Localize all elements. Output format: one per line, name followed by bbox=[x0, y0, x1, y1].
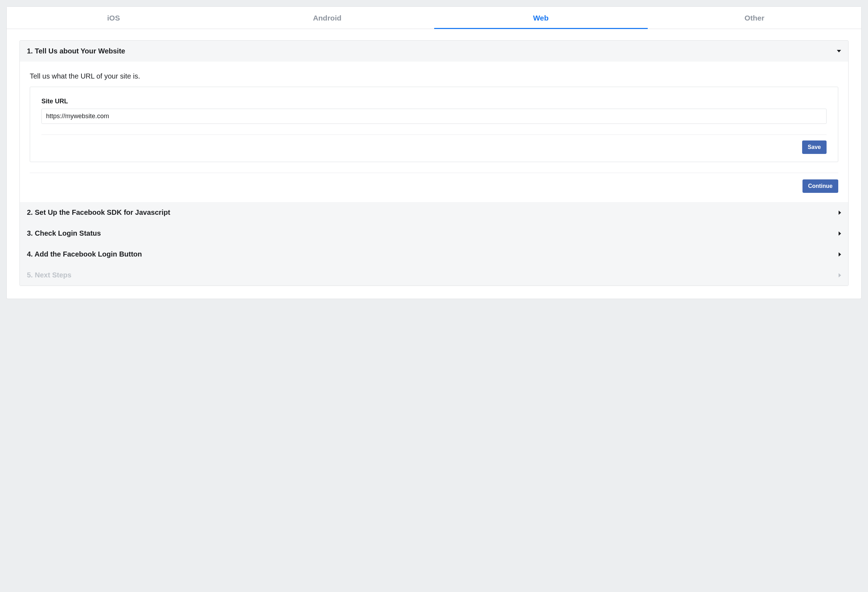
continue-button[interactable]: Continue bbox=[803, 180, 838, 193]
step-3: 3. Check Login Status bbox=[20, 223, 848, 244]
step-1: 1. Tell Us about Your Website Tell us wh… bbox=[20, 41, 848, 202]
step-1-body: Tell us what the URL of your site is. Si… bbox=[20, 62, 848, 202]
content-area: 1. Tell Us about Your Website Tell us wh… bbox=[7, 29, 861, 299]
step-1-title: 1. Tell Us about Your Website bbox=[27, 47, 125, 55]
step-1-intro: Tell us what the URL of your site is. bbox=[30, 72, 838, 80]
step-4-header[interactable]: 4. Add the Facebook Login Button bbox=[20, 244, 848, 265]
chevron-right-icon bbox=[838, 211, 841, 215]
step-2: 2. Set Up the Facebook SDK for Javascrip… bbox=[20, 202, 848, 223]
chevron-right-icon bbox=[838, 231, 841, 236]
tab-ios[interactable]: iOS bbox=[7, 7, 220, 29]
platform-tabs: iOS Android Web Other bbox=[7, 7, 861, 29]
step-5-title: 5. Next Steps bbox=[27, 271, 72, 279]
site-url-label: Site URL bbox=[41, 98, 827, 105]
site-url-card: Site URL Save bbox=[30, 87, 838, 162]
step-4-title: 4. Add the Facebook Login Button bbox=[27, 250, 142, 258]
step-1-header[interactable]: 1. Tell Us about Your Website bbox=[20, 41, 848, 62]
step-4: 4. Add the Facebook Login Button bbox=[20, 244, 848, 265]
chevron-right-icon bbox=[838, 252, 841, 256]
step-5: 5. Next Steps bbox=[20, 265, 848, 286]
step-2-title: 2. Set Up the Facebook SDK for Javascrip… bbox=[27, 208, 170, 216]
step-3-header[interactable]: 3. Check Login Status bbox=[20, 223, 848, 244]
tab-android[interactable]: Android bbox=[220, 7, 434, 29]
tab-other[interactable]: Other bbox=[648, 7, 861, 29]
step-3-title: 3. Check Login Status bbox=[27, 229, 101, 237]
divider bbox=[41, 134, 827, 135]
step-5-header[interactable]: 5. Next Steps bbox=[20, 265, 848, 286]
step-2-header[interactable]: 2. Set Up the Facebook SDK for Javascrip… bbox=[20, 202, 848, 223]
chevron-down-icon bbox=[837, 50, 841, 52]
divider bbox=[30, 173, 838, 173]
tab-web[interactable]: Web bbox=[434, 7, 648, 29]
chevron-right-icon bbox=[838, 273, 841, 277]
site-url-input[interactable] bbox=[41, 109, 827, 124]
save-button[interactable]: Save bbox=[802, 140, 827, 154]
steps-accordion: 1. Tell Us about Your Website Tell us wh… bbox=[19, 40, 849, 286]
main-card: iOS Android Web Other 1. Tell Us about Y… bbox=[6, 6, 862, 299]
